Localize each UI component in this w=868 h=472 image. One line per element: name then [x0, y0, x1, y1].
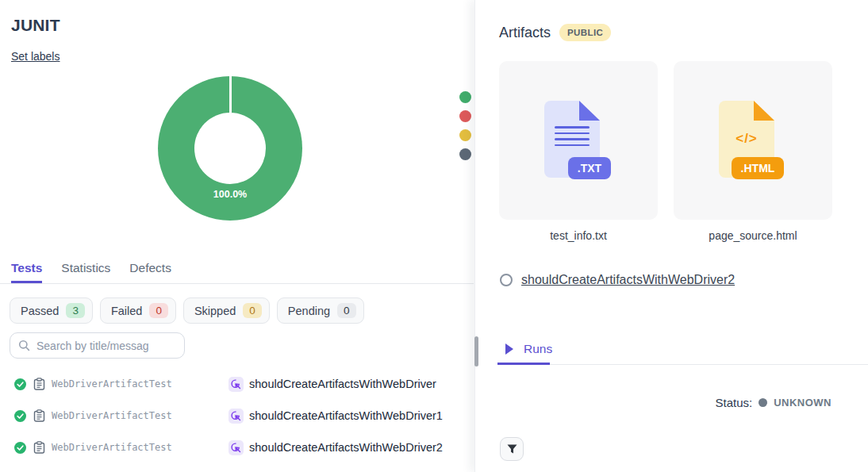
runs-label: Runs — [524, 342, 552, 356]
tab-statistics[interactable]: Statistics — [61, 261, 110, 283]
status-filter-chips: Passed 3 Failed 0 Skipped 0 Pending 0 — [10, 297, 364, 324]
tab-bar: Tests Statistics Defects — [0, 261, 474, 284]
donut-hole — [194, 113, 266, 184]
filter-failed-label: Failed — [111, 305, 143, 317]
artifact-card-txt[interactable]: .TXT — [499, 61, 658, 220]
artifacts-title: Artifacts — [499, 25, 551, 41]
legend-dot-skipped[interactable] — [459, 129, 471, 141]
txt-fold-corner — [579, 101, 600, 121]
search-input[interactable] — [36, 340, 176, 352]
filter-pending[interactable]: Pending 0 — [277, 297, 364, 324]
runs-divider — [497, 364, 868, 365]
click-test-icon — [229, 409, 244, 424]
search-box — [10, 332, 185, 359]
runs-tab[interactable]: Runs — [505, 342, 552, 356]
results-donut-chart: 100.0% — [158, 76, 302, 221]
donut-percent-label: 100.0% — [158, 189, 302, 200]
artifact-test-link[interactable]: shouldCreateArtifactsWithWebDriver2 — [521, 273, 735, 287]
click-test-icon — [229, 377, 244, 392]
report-panel: JUNIT Set labels 100.0% Tests Statistics… — [0, 0, 474, 472]
filter-skipped[interactable]: Skipped 0 — [183, 297, 270, 324]
filter-failed[interactable]: Failed 0 — [100, 297, 176, 324]
test-row[interactable]: WebDriverArtifactTest shouldCreateArtifa… — [0, 400, 474, 432]
filter-pending-label: Pending — [288, 305, 330, 317]
page-title: JUNIT — [11, 16, 60, 35]
status-dot-icon — [759, 398, 767, 407]
chart-legend — [459, 91, 471, 160]
filter-passed-count: 3 — [66, 303, 85, 318]
artifact-filename-html: page_source.html — [674, 229, 832, 242]
test-suite-name: WebDriverArtifactTest — [52, 410, 229, 421]
html-ext-badge: .HTML — [732, 157, 784, 179]
vertical-scrollbar-thumb[interactable] — [474, 336, 478, 366]
funnel-filter-icon — [507, 444, 517, 454]
clipboard-icon — [33, 378, 45, 390]
test-title[interactable]: shouldCreateArtifactsWithWebDriver2 — [249, 441, 443, 454]
test-list: WebDriverArtifactTest shouldCreateArtifa… — [0, 368, 474, 463]
filter-failed-count: 0 — [149, 303, 168, 318]
legend-dot-passed[interactable] — [459, 91, 471, 103]
tab-tests[interactable]: Tests — [11, 261, 42, 283]
artifacts-drawer: Artifacts PUBLIC .TXT </> .HTML test_inf… — [474, 0, 868, 472]
status-label: Status: — [715, 396, 752, 409]
code-glyph: </> — [719, 131, 774, 147]
clipboard-icon — [33, 441, 45, 454]
filter-passed[interactable]: Passed 3 — [10, 297, 93, 324]
passed-check-icon — [14, 410, 26, 422]
set-labels-link[interactable]: Set labels — [11, 50, 60, 63]
passed-check-icon — [14, 378, 26, 390]
test-suite-name: WebDriverArtifactTest — [52, 378, 229, 389]
filter-skipped-label: Skipped — [194, 305, 236, 317]
search-icon — [18, 340, 30, 351]
filter-button[interactable] — [500, 437, 524, 461]
status-value: UNKNOWN — [774, 397, 832, 409]
filter-passed-label: Passed — [21, 305, 59, 317]
passed-check-icon — [14, 442, 26, 454]
click-test-icon — [229, 440, 244, 455]
clipboard-icon — [33, 409, 45, 422]
status-circle-icon — [500, 274, 513, 286]
tab-defects[interactable]: Defects — [129, 261, 171, 283]
test-row[interactable]: WebDriverArtifactTest shouldCreateArtifa… — [0, 432, 474, 463]
artifact-test-row: shouldCreateArtifactsWithWebDriver2 — [500, 273, 735, 287]
test-title[interactable]: shouldCreateArtifactsWithWebDriver1 — [249, 409, 443, 422]
artifact-card-html[interactable]: </> .HTML — [674, 61, 832, 220]
public-badge: PUBLIC — [559, 24, 611, 41]
test-title[interactable]: shouldCreateArtifactsWithWebDriver — [249, 378, 436, 390]
artifacts-header: Artifacts PUBLIC — [499, 24, 611, 41]
legend-dot-failed[interactable] — [459, 110, 471, 122]
test-suite-name: WebDriverArtifactTest — [52, 442, 229, 453]
donut-segment-gap — [229, 76, 232, 113]
runs-active-underline — [497, 363, 550, 365]
filter-skipped-count: 0 — [243, 303, 262, 318]
legend-dot-pending[interactable] — [459, 148, 471, 160]
html-fold-corner — [754, 101, 774, 121]
status-row: Status: UNKNOWN — [715, 396, 832, 409]
filter-pending-count: 0 — [337, 303, 356, 318]
txt-ext-badge: .TXT — [568, 157, 611, 179]
caret-right-icon — [505, 343, 513, 355]
artifact-filename-txt: test_info.txt — [499, 229, 658, 242]
test-row[interactable]: WebDriverArtifactTest shouldCreateArtifa… — [0, 368, 474, 400]
